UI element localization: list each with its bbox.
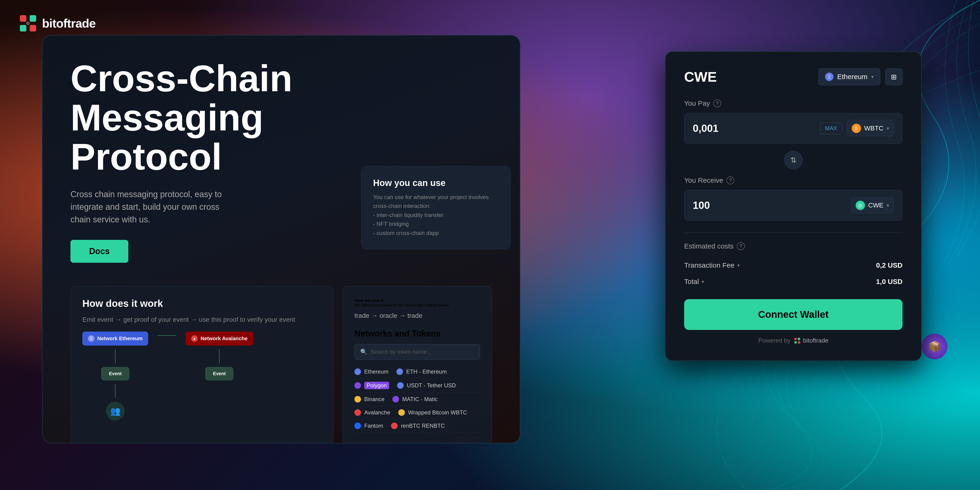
how-you-can-use-title: How you can use xyxy=(373,178,499,188)
docs-button[interactable]: Docs xyxy=(70,240,128,263)
avax-event-label: Event xyxy=(213,371,226,376)
list-item: Polygon USDT - Tether USD xyxy=(355,379,480,393)
svg-point-4 xyxy=(26,21,30,25)
search-icon: 🔍 xyxy=(360,348,367,355)
list-item: Avalanche Wrapped Bitcoin WBTC xyxy=(355,406,480,419)
svg-rect-5 xyxy=(794,337,797,340)
cwe-token-selector[interactable]: ◎ CWE ▾ xyxy=(851,197,894,213)
how-we-use-card: How we use it We utilise this protocol f… xyxy=(342,286,492,443)
hero-subtitle: Cross chain messaging protocol, easy to … xyxy=(70,188,229,226)
avax-network-box: ▲ Network Avalanche xyxy=(186,332,253,345)
avax-event-box: Event xyxy=(205,367,233,380)
users-icon: 👥 xyxy=(106,402,125,420)
you-pay-label: You Pay ? xyxy=(684,99,902,107)
svg-rect-7 xyxy=(794,341,797,344)
total-value: 1,0 USD xyxy=(876,278,902,286)
eth-network-box: Ξ Network Ethereum xyxy=(83,332,148,345)
how-it-works-title: How does it work xyxy=(83,298,321,309)
usdt-token: USDT - Tether USD xyxy=(407,382,456,389)
powered-by-text: Powered by xyxy=(758,337,790,344)
swap-button[interactable]: ⇅ xyxy=(784,151,803,169)
avax-node: ▲ Network Avalanche Event xyxy=(186,332,253,380)
how-you-can-use-card: How you can use You can use for whatever… xyxy=(361,166,511,250)
polygon-dot xyxy=(355,382,361,389)
cwe-widget: CWE Ξ Ethereum ▾ ⊞ You Pay ? 0,001 MAX ₿… xyxy=(665,51,922,361)
avalanche-label: Avalanche xyxy=(364,409,390,416)
wbtc-token-selector[interactable]: ₿ WBTC ▾ xyxy=(847,120,894,137)
you-receive-help-icon[interactable]: ? xyxy=(726,177,734,185)
svg-rect-2 xyxy=(20,25,26,32)
you-pay-value[interactable]: 0,001 xyxy=(693,123,816,134)
transaction-fee-label: Transaction Fee ▾ xyxy=(684,261,740,269)
divider xyxy=(684,232,902,233)
total-row: Total ▾ 1,0 USD xyxy=(684,274,902,290)
eth-dot xyxy=(355,368,361,375)
wbtc-label: WBTC xyxy=(864,125,883,132)
network-diagram: Ξ Network Ethereum Event 👥 xyxy=(83,332,321,420)
svg-rect-6 xyxy=(798,337,800,340)
you-receive-label: You Receive ? xyxy=(684,177,902,185)
avax-network-label: Network Avalanche xyxy=(200,336,247,342)
chain-name: Ethereum xyxy=(837,73,867,81)
trade-flow: trade → oracle → trade xyxy=(355,312,480,320)
how-you-can-use-desc: You can use for whatever your project in… xyxy=(373,193,499,237)
max-button[interactable]: MAX xyxy=(820,123,842,134)
connect-wallet-button[interactable]: Connect Wallet xyxy=(684,299,902,330)
how-we-use-desc: We utilise this protocol for our cross-c… xyxy=(355,303,480,307)
chevron-down-icon: ▾ xyxy=(871,74,873,80)
wbtc-dot xyxy=(398,409,405,416)
svg-rect-3 xyxy=(30,25,36,32)
widget-title: CWE xyxy=(684,69,717,85)
powered-by-section: Powered by bitoftrade xyxy=(684,337,902,344)
fantom-label: Fantom xyxy=(364,423,383,429)
eth-node: Ξ Network Ethereum Event 👥 xyxy=(83,332,148,420)
estimated-costs-section: Estimated costs ? Transaction Fee ▾ 0,2 … xyxy=(684,242,902,290)
cwe-label: CWE xyxy=(868,202,883,209)
eth-label: Ethereum xyxy=(364,368,388,375)
list-item: Binance MATIC - Matic xyxy=(355,393,480,406)
how-we-use-title: How we use it xyxy=(355,298,480,303)
binance-dot xyxy=(355,396,361,402)
svg-rect-0 xyxy=(20,15,26,22)
estimated-costs-label: Estimated costs ? xyxy=(684,242,902,250)
transaction-fee-value: 0,2 USD xyxy=(876,261,902,269)
total-label: Total ▾ xyxy=(684,278,704,286)
powered-logo-icon xyxy=(794,337,800,344)
matic-token: MATIC - Matic xyxy=(402,396,438,402)
hero-title: Cross-Chain Messaging Protocol xyxy=(70,59,304,177)
chain-selector[interactable]: Ξ Ethereum ▾ xyxy=(818,68,880,85)
you-pay-help-icon[interactable]: ? xyxy=(713,99,721,107)
you-receive-value[interactable]: 100 xyxy=(693,199,846,211)
renbtc-token: renBTC RENBTC xyxy=(401,423,445,429)
you-receive-input-row: 100 ◎ CWE ▾ xyxy=(684,190,902,221)
cards-row: How does it work Emit event → get proof … xyxy=(70,286,492,443)
eth-event-label: Event xyxy=(109,371,122,376)
network-list: Ethereum ETH - Ethereum Polygon USDT - T… xyxy=(355,365,480,433)
wbtc-icon: ₿ xyxy=(852,124,861,133)
list-item: Ethereum ETH - Ethereum xyxy=(355,365,480,379)
floating-box-icon: 📦 xyxy=(922,334,947,360)
eth-network-label: Network Ethereum xyxy=(97,336,143,342)
costs-help-icon[interactable]: ? xyxy=(737,242,745,250)
avalanche-dot xyxy=(355,409,361,416)
transaction-fee-row: Transaction Fee ▾ 0,2 USD xyxy=(684,257,902,274)
networks-title: Networks and Tokens xyxy=(355,329,480,339)
logo-icon xyxy=(19,14,37,33)
list-item: Fantom renBTC RENBTC xyxy=(355,419,480,433)
wallet-icon-button[interactable]: ⊞ xyxy=(885,68,902,85)
search-placeholder: Search by token name... xyxy=(371,348,431,355)
renbtc-dot xyxy=(391,423,398,429)
widget-header-controls: Ξ Ethereum ▾ ⊞ xyxy=(818,68,902,85)
cwe-chevron-icon: ▾ xyxy=(887,202,889,208)
fantom-dot xyxy=(355,423,361,429)
usdt-dot xyxy=(397,382,404,389)
how-it-works-card: How does it work Emit event → get proof … xyxy=(70,286,333,443)
header: bitoftrade xyxy=(19,14,95,33)
wbtc-chevron-icon: ▾ xyxy=(887,126,889,131)
cwe-icon: ◎ xyxy=(856,200,865,210)
you-receive-section: You Receive ? 100 ◎ CWE ▾ xyxy=(684,177,902,221)
you-pay-section: You Pay ? 0,001 MAX ₿ WBTC ▾ xyxy=(684,99,902,144)
search-box[interactable]: 🔍 Search by token name... xyxy=(355,344,480,360)
powered-brand-text: bitoftrade xyxy=(803,337,828,344)
polygon-label: Polygon xyxy=(364,382,389,389)
